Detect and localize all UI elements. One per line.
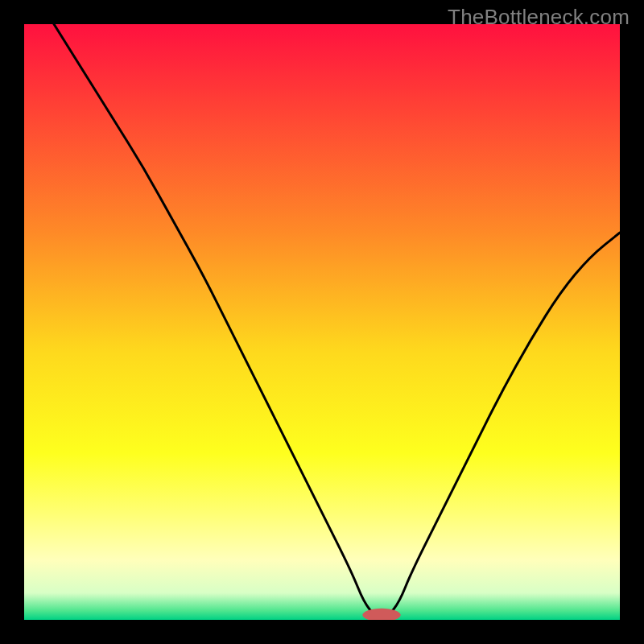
chart-plot-area [24, 24, 620, 620]
bottleneck-chart-svg [24, 24, 620, 620]
chart-frame: TheBottleneck.com [0, 0, 644, 644]
chart-background-gradient [24, 24, 620, 620]
